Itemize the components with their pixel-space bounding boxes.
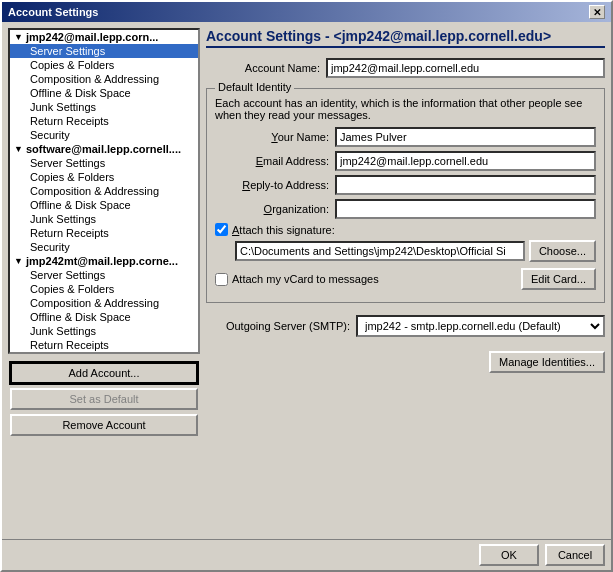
right-panel: Account Settings - <jmp242@mail.lepp.cor…	[206, 28, 605, 533]
identity-description: Each account has an identity, which is t…	[215, 97, 596, 121]
window-content: ▼ jmp242@mail.lepp.corn... Server Settin…	[2, 22, 611, 539]
your-name-input[interactable]	[335, 127, 596, 147]
close-button[interactable]: ✕	[589, 5, 605, 19]
your-name-row: Your Name:	[215, 127, 596, 147]
email-address-input[interactable]	[335, 151, 596, 171]
signature-path-row: Choose...	[215, 240, 596, 262]
attach-sig-checkbox[interactable]	[215, 223, 228, 236]
remove-account-button[interactable]: Remove Account	[10, 414, 198, 436]
attach-vcard-label: Attach my vCard to messages	[232, 273, 379, 285]
bottom-buttons: OK Cancel	[2, 539, 611, 570]
organization-row: Organization:	[215, 199, 596, 219]
account-item-1[interactable]: ▼ jmp242@mail.lepp.corn...	[10, 30, 198, 44]
email-address-row: Email Address:	[215, 151, 596, 171]
tree-server-settings-3[interactable]: Server Settings	[10, 268, 198, 282]
tree-copies-folders-1[interactable]: Copies & Folders	[10, 58, 198, 72]
outgoing-server-select[interactable]: jmp242 - smtp.lepp.cornell.edu (Default)	[356, 315, 605, 337]
organization-label: Organization:	[215, 203, 335, 215]
account-name-input[interactable]	[326, 58, 605, 78]
expand-icon-2: ▼	[14, 144, 24, 154]
title-bar: Account Settings ✕	[2, 2, 611, 22]
tree-junk-2[interactable]: Junk Settings	[10, 212, 198, 226]
manage-identities-button[interactable]: Manage Identities...	[489, 351, 605, 373]
account-name-row: Account Name:	[206, 58, 605, 78]
account-item-3[interactable]: ▼ jmp242mt@mail.lepp.corne...	[10, 254, 198, 268]
attach-sig-row: Attach this signature:	[215, 223, 596, 236]
account-tree: ▼ jmp242@mail.lepp.corn... Server Settin…	[8, 28, 200, 354]
tree-security-2[interactable]: Security	[10, 240, 198, 254]
reply-to-label: Reply-to Address:	[215, 179, 335, 191]
tree-copies-folders-2[interactable]: Copies & Folders	[10, 170, 198, 184]
tree-server-settings-2[interactable]: Server Settings	[10, 156, 198, 170]
account-item-2[interactable]: ▼ software@mail.lepp.cornell....	[10, 142, 198, 156]
outgoing-server-row: Outgoing Server (SMTP): jmp242 - smtp.le…	[206, 315, 605, 337]
ok-button[interactable]: OK	[479, 544, 539, 566]
tree-return-2[interactable]: Return Receipts	[10, 226, 198, 240]
default-identity-group: Default Identity Each account has an ide…	[206, 88, 605, 303]
tree-junk-3[interactable]: Junk Settings	[10, 324, 198, 338]
tree-composition-1[interactable]: Composition & Addressing	[10, 72, 198, 86]
edit-card-button[interactable]: Edit Card...	[521, 268, 596, 290]
reply-to-input[interactable]	[335, 175, 596, 195]
email-address-label: Email Address:	[215, 155, 335, 167]
account-label-3: jmp242mt@mail.lepp.corne...	[26, 255, 178, 267]
panel-title: Account Settings - <jmp242@mail.lepp.cor…	[206, 28, 605, 48]
tree-composition-3[interactable]: Composition & Addressing	[10, 296, 198, 310]
main-window: Account Settings ✕ ▼ jmp242@mail.lepp.co…	[0, 0, 613, 572]
set-as-default-button[interactable]: Set as Default	[10, 388, 198, 410]
account-label-1: jmp242@mail.lepp.corn...	[26, 31, 158, 43]
tree-composition-2[interactable]: Composition & Addressing	[10, 184, 198, 198]
tree-junk-1[interactable]: Junk Settings	[10, 100, 198, 114]
attach-vcard-checkbox[interactable]	[215, 273, 228, 286]
tree-security-1[interactable]: Security	[10, 128, 198, 142]
organization-input[interactable]	[335, 199, 596, 219]
close-icon: ✕	[593, 7, 601, 18]
tree-return-1[interactable]: Return Receipts	[10, 114, 198, 128]
attach-vcard-row: Attach my vCard to messages	[215, 273, 379, 286]
left-buttons: Add Account... Set as Default Remove Acc…	[8, 358, 200, 440]
your-name-label: Your Name:	[215, 131, 335, 143]
expand-icon-1: ▼	[14, 32, 24, 42]
tree-return-3[interactable]: Return Receipts	[10, 338, 198, 352]
add-account-button[interactable]: Add Account...	[10, 362, 198, 384]
reply-to-row: Reply-to Address:	[215, 175, 596, 195]
default-identity-label: Default Identity	[215, 81, 294, 93]
tree-offline-3[interactable]: Offline & Disk Space	[10, 310, 198, 324]
tree-server-settings-1[interactable]: Server Settings	[10, 44, 198, 58]
attach-sig-label: Attach this signature:	[232, 224, 335, 236]
signature-path-input[interactable]	[235, 241, 525, 261]
window-title: Account Settings	[8, 6, 98, 18]
cancel-button[interactable]: Cancel	[545, 544, 605, 566]
tree-offline-1[interactable]: Offline & Disk Space	[10, 86, 198, 100]
outgoing-server-label: Outgoing Server (SMTP):	[206, 320, 356, 332]
tree-offline-2[interactable]: Offline & Disk Space	[10, 198, 198, 212]
expand-icon-3: ▼	[14, 256, 24, 266]
account-name-label: Account Name:	[206, 62, 326, 74]
tree-copies-folders-3[interactable]: Copies & Folders	[10, 282, 198, 296]
choose-button[interactable]: Choose...	[529, 240, 596, 262]
account-label-2: software@mail.lepp.cornell....	[26, 143, 181, 155]
